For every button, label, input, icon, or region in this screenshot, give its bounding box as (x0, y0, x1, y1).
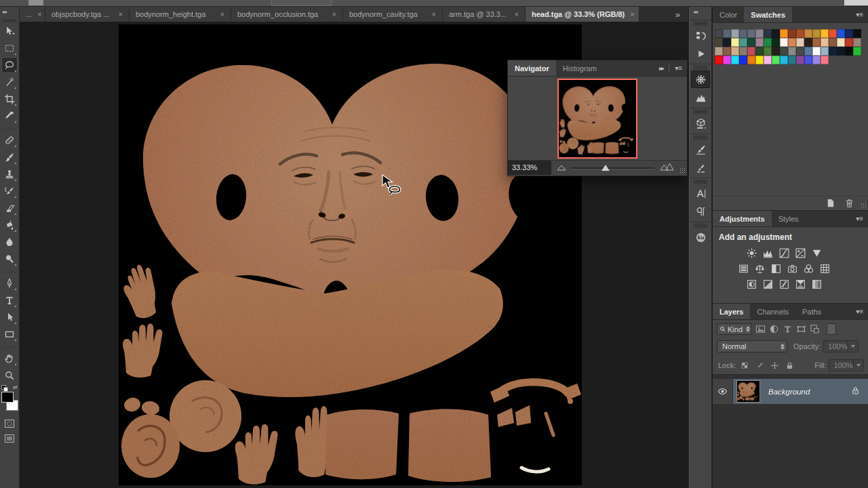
panel-menu-icon[interactable]: ▾≡ (856, 11, 863, 18)
tab-close-icon[interactable]: × (332, 10, 336, 18)
opacity-field[interactable]: 100% (823, 340, 859, 352)
color-swatch[interactable] (821, 38, 829, 47)
layer-name[interactable]: Background (768, 388, 810, 396)
zoom-out-icon[interactable] (557, 164, 566, 171)
tab-adjustments[interactable]: Adjustments (713, 211, 772, 226)
color-swatch[interactable] (821, 56, 829, 64)
color-swatch[interactable] (731, 56, 739, 64)
lock-position-button[interactable] (768, 360, 781, 371)
adjustment-exposure-button[interactable] (795, 247, 806, 259)
eyedropper-tool[interactable] (1, 108, 18, 124)
color-swatch[interactable] (853, 38, 861, 47)
layer-filter-kind-select[interactable]: Kind (717, 323, 752, 335)
color-swatch[interactable] (845, 29, 853, 38)
lock-transparency-button[interactable] (738, 360, 751, 371)
screen-mode-button[interactable] (2, 432, 17, 445)
adjustment-black-white-button[interactable] (770, 263, 782, 274)
color-swatch[interactable] (780, 47, 788, 56)
filter-shape-button[interactable] (794, 323, 808, 335)
color-swatch[interactable] (755, 56, 764, 64)
color-swatch[interactable] (804, 38, 812, 47)
rectangle-shape-tool[interactable] (1, 326, 18, 342)
adjustment-hue-saturation-button[interactable] (738, 263, 749, 274)
panel-menu-icon[interactable]: ▾≡ (856, 308, 863, 315)
navigator-preview-area[interactable] (508, 77, 687, 160)
color-swatch[interactable] (772, 29, 780, 38)
tab-close-icon[interactable]: × (37, 10, 41, 18)
color-swatch[interactable] (829, 29, 837, 38)
document-tab-2[interactable]: objspcbody.tga ...× (45, 7, 130, 22)
dock-group-grip[interactable] (694, 66, 707, 70)
panel-button-histogram[interactable] (691, 89, 710, 106)
tab-paths[interactable]: Paths (795, 304, 828, 319)
tab-overflow-icon[interactable]: » (675, 9, 688, 20)
color-swatch[interactable] (837, 38, 845, 47)
swap-colors-icon[interactable]: ⇄ (13, 384, 18, 390)
color-swatch[interactable] (715, 38, 723, 47)
color-swatch[interactable] (731, 47, 739, 56)
tab-close-icon[interactable]: × (220, 10, 224, 18)
color-swatch[interactable] (829, 47, 837, 56)
paint-bucket-tool[interactable] (1, 217, 18, 233)
document-tab-4[interactable]: bodynorm_occlusion.tga× (231, 7, 343, 22)
dock-group-grip[interactable] (694, 180, 707, 184)
panel-button-history[interactable] (691, 26, 710, 44)
adjustment-channel-mixer-button[interactable] (803, 263, 814, 274)
panel-button-character[interactable] (691, 184, 710, 202)
color-swatch[interactable] (747, 56, 755, 64)
document-tab-5[interactable]: bodynorm_cavity.tga× (343, 7, 443, 22)
dock-group-grip[interactable] (694, 22, 707, 26)
color-swatch[interactable] (796, 56, 804, 64)
color-swatch[interactable] (739, 38, 747, 47)
panel-button-brush-presets[interactable] (691, 159, 710, 176)
color-swatch[interactable] (764, 29, 772, 38)
crop-tool[interactable] (1, 91, 18, 107)
filter-type-button[interactable] (781, 323, 794, 335)
adjustment-color-lookup-button[interactable] (819, 263, 831, 274)
color-swatch[interactable] (755, 29, 764, 38)
panel-button-brush-panel[interactable] (691, 140, 710, 158)
layer-thumbnail[interactable] (736, 380, 760, 403)
panel-button-navigator[interactable] (691, 70, 710, 88)
dock-group-grip[interactable] (694, 224, 707, 228)
zoom-tool[interactable] (1, 367, 18, 384)
color-swatch[interactable] (853, 47, 861, 56)
color-swatch[interactable] (747, 47, 755, 56)
canvas-workspace[interactable]: Navigator Histogram ▸▸ ▾≡ 33.33% (20, 22, 688, 488)
layer-row-background[interactable]: Background (713, 379, 868, 404)
fill-field[interactable]: 100% (829, 359, 864, 371)
panel-button-3d[interactable] (691, 115, 710, 132)
color-swatch[interactable] (829, 38, 837, 47)
navigator-zoom-slider[interactable] (570, 167, 654, 169)
color-swatch[interactable] (747, 38, 755, 47)
color-swatch[interactable] (780, 56, 788, 64)
quick-mask-button[interactable] (2, 418, 17, 430)
trash-icon[interactable] (844, 198, 854, 209)
panel-menu-icon[interactable]: ▾≡ (675, 64, 682, 72)
color-swatch[interactable] (780, 29, 788, 38)
color-swatch[interactable] (804, 47, 812, 56)
tab-swatches[interactable]: Swatches (744, 7, 792, 22)
color-swatch[interactable] (747, 29, 755, 38)
color-swatch[interactable] (723, 29, 731, 38)
color-swatch[interactable] (837, 29, 845, 38)
color-swatch[interactable] (788, 38, 796, 47)
color-swatch[interactable] (788, 56, 796, 64)
color-swatch[interactable] (772, 56, 780, 64)
color-swatch[interactable] (780, 38, 788, 47)
panel-button-actions[interactable] (691, 45, 710, 62)
color-swatch[interactable] (812, 47, 821, 56)
tab-color[interactable]: Color (713, 7, 744, 22)
color-swatch[interactable] (821, 47, 829, 56)
spot-healing-brush-tool[interactable] (1, 132, 18, 148)
adjustment-color-balance-button[interactable] (754, 263, 766, 274)
color-swatch[interactable] (788, 29, 796, 38)
color-swatch[interactable] (739, 47, 747, 56)
color-swatch[interactable] (821, 29, 829, 38)
lock-pixels-button[interactable] (753, 360, 766, 371)
tools-grip[interactable] (3, 19, 16, 22)
zoom-slider-thumb[interactable] (601, 165, 610, 171)
layer-visibility-toggle[interactable] (713, 379, 733, 404)
adjustment-photo-filter-button[interactable] (787, 263, 798, 274)
color-swatch[interactable] (804, 56, 812, 64)
